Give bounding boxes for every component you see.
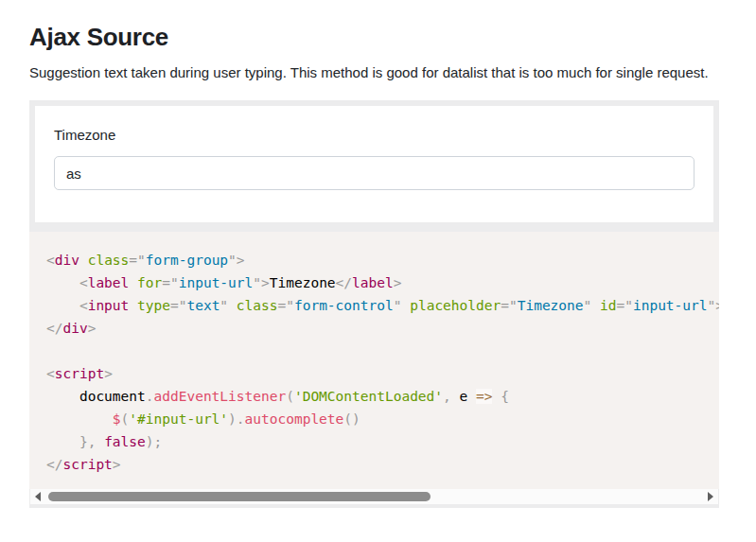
code-line: </script> — [46, 453, 719, 476]
page-title: Ajax Source — [29, 23, 727, 52]
scroll-right-icon — [708, 492, 713, 501]
page-description: Suggestion text taken during user typing… — [29, 61, 727, 83]
demo-panel: Timezone — [35, 106, 713, 222]
scroll-right-button[interactable] — [703, 489, 718, 504]
scroll-left-button[interactable] — [30, 489, 45, 504]
code-line: <input type="text" class="form-control" … — [46, 294, 719, 317]
scrollbar-track[interactable] — [45, 489, 703, 504]
timezone-input[interactable] — [54, 156, 694, 190]
code-line: }, false); — [46, 430, 719, 453]
code-line: document.addEventListener('DOMContentLoa… — [46, 385, 719, 408]
scroll-left-icon — [35, 492, 41, 501]
content-area: Ajax Source Suggestion text taken during… — [0, 0, 756, 508]
code-line — [46, 340, 719, 362]
code-content: <div class="form-group"> <label for="inp… — [46, 249, 719, 476]
code-line: <div class="form-group"> — [46, 249, 719, 271]
code-line: $('#input-url').autocomplete() — [46, 408, 719, 430]
horizontal-scrollbar[interactable] — [30, 489, 718, 504]
code-block: <div class="form-group"> <label for="inp… — [29, 232, 719, 489]
scrollbar-thumb[interactable] — [48, 492, 430, 501]
code-line: <label for="input-url">Timezone</label> — [46, 271, 719, 294]
code-line: <script> — [46, 362, 719, 385]
example-card: Timezone <div class="form-group"> <label… — [29, 100, 719, 508]
code-line: </div> — [46, 317, 719, 340]
timezone-label: Timezone — [54, 127, 694, 144]
